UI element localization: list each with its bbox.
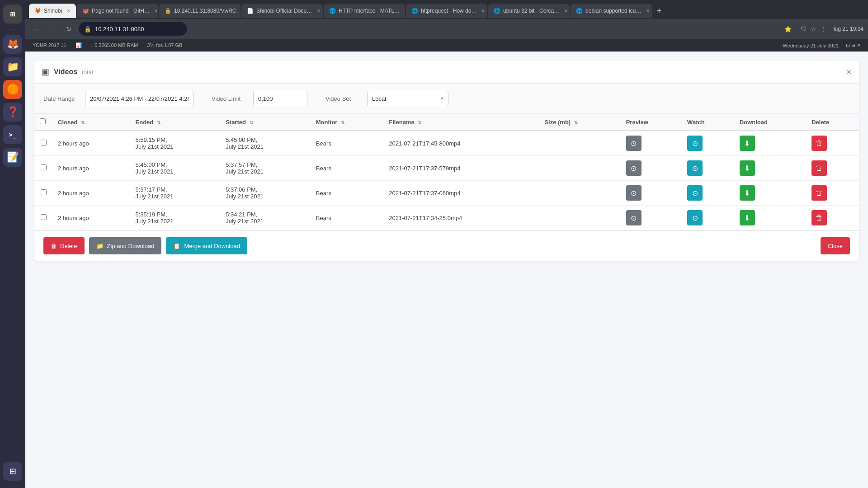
videos-table: Closed ⇅ Ended ⇅ Started ⇅	[34, 114, 859, 230]
col-header-delete: Delete	[806, 114, 859, 131]
table-row: 2 hours ago 5:37:17 PM,July 21st 2021 5:…	[34, 181, 859, 206]
download-button-3[interactable]: ⬇	[740, 210, 755, 225]
row-size-0	[539, 131, 620, 156]
row-size-2	[539, 181, 620, 206]
delete-row-button-1[interactable]: 🗑	[811, 160, 827, 176]
delete-button[interactable]: 🗑 Delete	[43, 237, 85, 254]
system-right: Wednesday 21 July 2021 ⊡ ⊟ ✕	[783, 42, 861, 48]
sort-icon-closed[interactable]: ⇅	[81, 120, 85, 125]
panel-title-suffix: total	[82, 69, 93, 75]
sort-icon-filename[interactable]: ⇅	[418, 120, 421, 125]
row-checkbox-3[interactable]	[41, 214, 47, 220]
tab-close[interactable]: ✕	[404, 8, 405, 14]
tab-debian[interactable]: 🌐 debian supported icu… ✕	[571, 4, 652, 18]
sort-icon-ended[interactable]: ⇅	[157, 120, 160, 125]
download-button-1[interactable]: ⬇	[740, 160, 755, 176]
preview-button-3[interactable]: ⊙	[626, 210, 642, 225]
watch-button-0[interactable]: ⊙	[687, 136, 703, 151]
back-button[interactable]: ←	[30, 23, 42, 35]
tab-close[interactable]: ✕	[646, 8, 650, 14]
taskbar-files[interactable]: 📁	[3, 57, 22, 76]
download-button-2[interactable]: ⬇	[740, 185, 755, 201]
date-range-input[interactable]	[85, 91, 193, 106]
row-monitor-2: Bears	[311, 181, 384, 206]
video-limit-input[interactable]	[253, 91, 307, 106]
row-size-3	[539, 206, 620, 230]
row-started-2: 5:37:06 PM,July 21st 2021	[220, 181, 311, 206]
row-monitor-3: Bears	[311, 206, 384, 230]
tab-shinobi-ip[interactable]: 🔒 10.240.11.31:8080/VwRC… ✕	[159, 4, 241, 18]
delete-row-button-0[interactable]: 🗑	[811, 136, 827, 151]
row-filename-3: 2021-07-21T17:34-25.0mp4	[383, 206, 539, 230]
tab-ubuntu[interactable]: 🌐 ubuntu 32 bit - Cerca… ✕	[488, 4, 570, 18]
watch-button-2[interactable]: ⊙	[687, 185, 703, 201]
row-delete-cell-2: 🗑	[806, 181, 859, 206]
taskbar-activities[interactable]: ⊞	[3, 5, 22, 23]
sort-icon-size[interactable]: ⇅	[574, 120, 578, 125]
zip-download-button[interactable]: 📁 Zip and Download	[89, 237, 162, 254]
sort-icon-started[interactable]: ⇅	[250, 120, 253, 125]
tab-shinobi-docs[interactable]: 📄 Shinobi Official Docu… ✕	[241, 4, 323, 18]
row-preview-cell-3: ⊙	[621, 206, 682, 230]
tab-httprequest[interactable]: 🌐 httprequest - How do… ✕	[406, 4, 487, 18]
bookmark-icon[interactable]: ☆	[811, 25, 816, 33]
new-tab-button[interactable]: +	[653, 5, 665, 17]
taskbar-editor[interactable]: 📝	[3, 148, 22, 167]
video-set-label: Video Set	[326, 95, 362, 102]
col-header-closed: Closed ⇅	[52, 114, 130, 131]
tab-github[interactable]: 🐙 Page not found - GitH… ✕	[77, 4, 158, 18]
tab-close[interactable]: ✕	[316, 8, 321, 14]
merge-download-button[interactable]: 📋 Merge and Download	[166, 237, 247, 254]
tab-http-interface[interactable]: 🌐 HTTP Interface - MATL… ✕	[324, 4, 405, 18]
taskbar-firefox[interactable]: 🦊	[3, 35, 22, 54]
tab-label: Page not found - GitH…	[92, 8, 150, 14]
taskbar-help[interactable]: ❓	[3, 103, 22, 122]
tab-close[interactable]: ✕	[481, 8, 485, 14]
tab-label: ubuntu 32 bit - Cerca…	[503, 8, 559, 14]
tab-close[interactable]: ✕	[66, 8, 71, 14]
row-download-cell-1: ⬇	[734, 156, 806, 181]
forward-button[interactable]: →	[46, 23, 59, 35]
row-filename-0: 2021-07-21T17:45-800mp4	[383, 131, 539, 156]
preview-button-0[interactable]: ⊙	[626, 136, 642, 151]
tab-close[interactable]: ✕	[154, 8, 158, 14]
menu-icon[interactable]: ⋮	[820, 25, 826, 33]
col-header-check	[34, 114, 52, 131]
download-button-0[interactable]: ⬇	[740, 136, 755, 151]
table-row: 2 hours ago 5:59:15 PM,July 21st 2021 5:…	[34, 131, 859, 156]
reload-button[interactable]: ↻	[62, 23, 75, 35]
col-header-filename: Filename ⇅	[383, 114, 539, 131]
taskbar-app[interactable]: 🟠	[3, 80, 22, 99]
row-closed-3: 2 hours ago	[52, 206, 130, 230]
tab-icon: 🌐	[329, 8, 336, 14]
row-checkbox-1[interactable]	[41, 164, 47, 170]
delete-row-button-2[interactable]: 🗑	[811, 185, 827, 201]
row-delete-cell-3: 🗑	[806, 206, 859, 230]
sort-icon-monitor[interactable]: ⇅	[341, 120, 344, 125]
watch-button-1[interactable]: ⊙	[687, 160, 703, 176]
delete-row-button-3[interactable]: 🗑	[811, 210, 827, 225]
col-header-started: Started ⇅	[220, 114, 311, 131]
watch-button-3[interactable]: ⊙	[687, 210, 703, 225]
row-checkbox-2[interactable]	[41, 189, 47, 195]
row-preview-cell-1: ⊙	[621, 156, 682, 181]
table-row: 2 hours ago 5:45:00 PM,July 21st 2021 5:…	[34, 156, 859, 181]
taskbar-grid[interactable]: ⊞	[3, 462, 22, 481]
preview-button-1[interactable]: ⊙	[626, 160, 642, 176]
preview-button-2[interactable]: ⊙	[626, 185, 642, 201]
row-watch-cell-2: ⊙	[682, 181, 734, 206]
tab-close[interactable]: ✕	[564, 8, 568, 14]
tab-label: debian supported icu…	[585, 8, 641, 14]
address-input[interactable]	[79, 22, 187, 36]
tab-shinobi[interactable]: 🦊 Shinobi ✕	[29, 4, 76, 18]
taskbar-terminal[interactable]: >_	[3, 125, 22, 144]
panel-close-button[interactable]: ✕	[846, 68, 852, 76]
close-button[interactable]: Close	[821, 237, 850, 254]
select-all-checkbox[interactable]	[40, 118, 46, 124]
row-checkbox-0[interactable]	[41, 140, 47, 145]
video-set-select[interactable]: Local Remote	[367, 91, 448, 106]
filter-video-set: Video Set Local Remote	[326, 91, 448, 106]
row-ended-2: 5:37:17 PM,July 21st 2021	[130, 181, 221, 206]
row-ended-0: 5:59:15 PM,July 21st 2021	[130, 131, 221, 156]
row-closed-0: 2 hours ago	[52, 131, 130, 156]
